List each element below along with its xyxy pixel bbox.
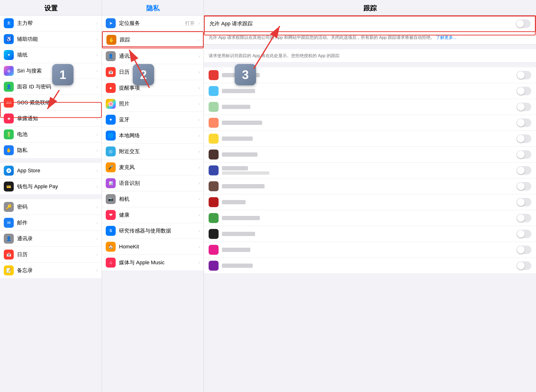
settings-item-passwords[interactable]: 🔑 密码 ›: [0, 199, 102, 215]
app7-toggle[interactable]: [517, 166, 531, 175]
microphone-label: 麦克风: [119, 164, 197, 171]
applemusic-icon: ♫: [106, 258, 116, 268]
settings-item-calendar[interactable]: 📅 日历 ›: [0, 247, 102, 263]
wallet-label: 钱包与 Apple Pay: [17, 183, 94, 190]
app12-toggle[interactable]: [517, 246, 531, 254]
app2-toggle[interactable]: [517, 87, 531, 95]
settings-item-privacy[interactable]: ✋ 隐私 ›: [0, 142, 102, 158]
app6-name-blur: [222, 152, 258, 157]
reminders-label: 提醒事项: [119, 84, 197, 92]
mail-chevron: ›: [96, 220, 98, 225]
siri-icon: ◎: [4, 66, 14, 76]
tracking-apps-list: [204, 67, 536, 274]
privacy-item-bluetooth[interactable]: ✦ 蓝牙 ›: [102, 112, 204, 128]
priv-calendar-chevron: ›: [198, 70, 200, 75]
app4-info: [222, 121, 517, 125]
app4-toggle-knob: [517, 119, 525, 126]
app13-toggle[interactable]: [517, 261, 531, 270]
settings-item-wallpaper[interactable]: ✦ 墙纸 ›: [0, 47, 102, 63]
tracking-app-8[interactable]: [204, 178, 536, 194]
app3-toggle[interactable]: [517, 103, 531, 111]
privacy-item-health[interactable]: ❤ 健康 ›: [102, 207, 204, 223]
settings-item-mail[interactable]: ✉ 邮件 ›: [0, 215, 102, 231]
privacy-item-location[interactable]: ➤ 定位服务 打开 ›: [102, 15, 204, 31]
app10-info: [222, 216, 517, 220]
app1-toggle[interactable]: [517, 71, 531, 79]
reminders-chevron: ›: [198, 86, 200, 91]
tracking-app-3[interactable]: [204, 99, 536, 115]
app3-info: [222, 105, 517, 109]
nearby-icon: ◎: [106, 146, 116, 156]
privacy-chevron: ›: [96, 148, 98, 153]
tracking-app-4[interactable]: [204, 115, 536, 131]
settings-scroll[interactable]: 主 主力帮 › ♿ 辅助功能 › ✦ 墙纸 › ◎ Siri 与搜索 ›: [0, 15, 102, 392]
settings-item-faceid[interactable]: 👤 面容 ID 与密码 ›: [0, 79, 102, 95]
tracking-description: 允许 App 请求权限以在其他公司的 App 和网站中跟踪您的活动。关闭此选项后…: [204, 32, 536, 44]
settings-item-contacts[interactable]: 👤 通讯录 ›: [0, 231, 102, 247]
tracking-app-10[interactable]: [204, 210, 536, 226]
app7-info: [222, 166, 517, 175]
tracking-chevron: ›: [198, 37, 199, 42]
tracking-app-2[interactable]: [204, 83, 536, 99]
settings-item-siri[interactable]: ◎ Siri 与搜索 ›: [0, 63, 102, 79]
app8-toggle[interactable]: [517, 182, 531, 191]
reminders-icon: ●: [106, 83, 116, 93]
settings-item-accessibility[interactable]: ♿ 辅助功能 ›: [0, 31, 102, 47]
app9-toggle[interactable]: [517, 198, 531, 206]
app6-icon: [209, 149, 219, 159]
privacy-item-applemusic[interactable]: ♫ 媒体与 Apple Music ›: [102, 255, 204, 271]
app3-name-blur: [222, 105, 250, 109]
privacy-item-photos[interactable]: 🌸 照片 ›: [102, 96, 204, 112]
tracking-app-13[interactable]: [204, 258, 536, 274]
app10-toggle[interactable]: [517, 214, 531, 222]
microphone-chevron: ›: [198, 165, 200, 170]
tracking-app-11[interactable]: [204, 226, 536, 242]
privacy-item-homekit[interactable]: 🏠 HomeKit ›: [102, 239, 204, 255]
privacy-item-tracking[interactable]: ✋ 跟踪 ›: [102, 31, 204, 48]
divider-2: [0, 194, 102, 199]
tracking-title: 跟踪: [363, 4, 377, 13]
tracking-app-7[interactable]: [204, 163, 536, 178]
privacy-item-localnet[interactable]: 🌐 本地网络 ›: [102, 128, 204, 144]
settings-item-exposure[interactable]: ✱ 暴露通知 ›: [0, 111, 102, 126]
app13-toggle-knob: [517, 262, 525, 270]
tracking-divider: [204, 45, 536, 49]
app6-toggle[interactable]: [517, 150, 531, 159]
contacts-label: 通讯录: [17, 235, 94, 242]
passwords-label: 密码: [17, 203, 94, 210]
settings-item-battery[interactable]: 🔋 电池 ›: [0, 126, 102, 142]
app5-icon: [209, 134, 219, 144]
app7-icon: [209, 165, 219, 175]
app5-toggle[interactable]: [517, 134, 531, 143]
microphone-icon: 🎤: [106, 162, 116, 172]
tracking-app-12[interactable]: [204, 242, 536, 258]
privacy-item-microphone[interactable]: 🎤 麦克风 ›: [102, 159, 204, 175]
privacy-item-camera[interactable]: 📷 相机 ›: [102, 191, 204, 207]
app8-toggle-knob: [517, 182, 525, 190]
app12-toggle-knob: [517, 246, 525, 254]
settings-item-wallet[interactable]: 💳 钱包与 Apple Pay ›: [0, 179, 102, 194]
settings-bottom-section: App Store › 💳 钱包与 Apple Pay ›: [0, 163, 102, 194]
app4-toggle[interactable]: [517, 118, 531, 127]
tracking-app-5[interactable]: [204, 131, 536, 147]
tracking-app-9[interactable]: [204, 194, 536, 210]
privacy-item-nearby[interactable]: ◎ 附近交互 ›: [102, 144, 204, 159]
app12-info: [222, 248, 517, 252]
research-chevron: ›: [198, 229, 200, 233]
learn-more-link[interactable]: 了解更多...: [436, 35, 456, 40]
app11-toggle[interactable]: [517, 230, 531, 238]
privacy-item-contacts[interactable]: 👤 通讯录 ›: [102, 48, 204, 64]
faceid-chevron: ›: [96, 84, 98, 89]
allow-tracking-toggle[interactable]: [516, 19, 531, 28]
settings-item-appstore[interactable]: App Store ›: [0, 163, 102, 179]
tracking-app-6[interactable]: [204, 147, 536, 163]
tracking-label: 跟踪: [120, 36, 196, 43]
app7-sub-blur: [222, 171, 269, 175]
col-privacy: 隐私 ➤ 定位服务 打开 › ✋ 跟踪 › 👤 通讯录 ›: [102, 0, 204, 392]
privacy-item-speech[interactable]: 📊 语音识别 ›: [102, 175, 204, 191]
settings-item-notes[interactable]: 📝 备忘录 ›: [0, 263, 102, 278]
settings-item-sos[interactable]: SOS SOS 紧急联络 ›: [0, 95, 102, 111]
privacy-item-research[interactable]: S 研究传感器与使用数据 ›: [102, 223, 204, 239]
camera-chevron: ›: [198, 197, 200, 202]
settings-item-zhulibang[interactable]: 主 主力帮 ›: [0, 15, 102, 31]
